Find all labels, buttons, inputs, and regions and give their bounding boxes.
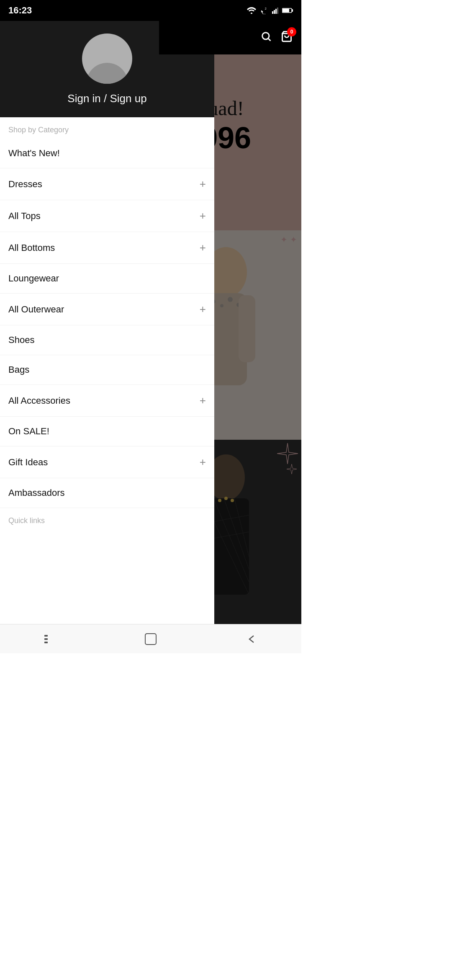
menu-item-all-tops[interactable]: All Tops+ [0,200,214,232]
svg-rect-3 [274,10,275,14]
menu-item-ambassadors[interactable]: Ambassadors [0,478,214,508]
menu-items-list: What's New!Dresses+All Tops+All Bottoms+… [0,139,214,508]
bottom-navigation [0,624,301,653]
avatar [82,34,132,84]
menu-lines-icon [44,634,57,644]
header: 0 [159,21,301,54]
search-icon[interactable] [260,31,272,45]
menu-item-all-bottoms[interactable]: All Bottoms+ [0,232,214,264]
shop-by-category-label: Shop by Category [0,117,214,139]
quick-links-label: Quick links [0,508,214,529]
wifi-icon [247,7,256,14]
menu-item-expand-all-tops[interactable]: + [200,209,206,222]
menu-item-label-on-sale: On SALE! [8,426,49,437]
svg-point-33 [86,63,128,84]
menu-item-label-all-accessories: All Accessories [8,395,70,406]
menu-item-expand-dresses[interactable]: + [200,178,206,191]
svg-rect-35 [44,635,48,637]
menu-item-expand-all-accessories[interactable]: + [200,394,206,407]
menu-item-shoes[interactable]: Shoes [0,325,214,355]
status-icons: 2 [247,7,293,14]
menu-item-gift-ideas[interactable]: Gift Ideas+ [0,446,214,478]
menu-item-all-accessories[interactable]: All Accessories+ [0,385,214,417]
svg-rect-8 [282,9,289,12]
battery-icon [282,8,293,13]
svg-rect-36 [44,638,48,640]
menu-item-label-bags: Bags [8,364,29,375]
home-circle-icon [144,632,158,646]
sidebar-menu: Shop by Category What's New!Dresses+All … [0,117,214,653]
signal-bars-icon [272,7,279,14]
menu-item-whats-new[interactable]: What's New! [0,139,214,168]
menu-item-label-loungewear: Loungewear [8,273,59,284]
menu-item-expand-gift-ideas[interactable]: + [200,456,206,469]
status-time: 16:23 [8,5,32,16]
svg-rect-7 [292,9,293,12]
svg-rect-5 [277,8,278,14]
nav-back-button[interactable] [239,627,264,652]
menu-item-bags[interactable]: Bags [0,355,214,385]
menu-item-label-dresses: Dresses [8,179,42,190]
menu-item-label-gift-ideas: Gift Ideas [8,457,48,468]
menu-item-loungewear[interactable]: Loungewear [0,264,214,294]
svg-point-9 [262,32,269,39]
nav-home-button[interactable] [138,627,163,652]
back-arrow-icon [245,633,257,645]
svg-rect-4 [275,9,277,14]
svg-line-10 [268,39,270,41]
svg-text:2: 2 [265,7,267,10]
menu-item-expand-all-bottoms[interactable]: + [200,241,206,254]
menu-item-label-whats-new: What's New! [8,148,60,159]
menu-item-all-outerwear[interactable]: All Outerwear+ [0,294,214,325]
signal-icon: 2 [259,7,269,14]
svg-point-0 [251,13,252,14]
sign-in-label[interactable]: Sign in / Sign up [67,92,146,105]
svg-point-34 [97,42,118,63]
overlay [214,0,301,653]
svg-rect-38 [145,634,156,645]
nav-menu-button[interactable] [38,627,63,652]
avatar-icon [82,34,132,84]
status-bar: 16:23 2 [0,0,301,21]
svg-rect-37 [44,642,48,643]
sidebar-drawer: Sign in / Sign up Shop by Category What'… [0,0,214,653]
cart-badge: 0 [287,27,296,36]
menu-item-dresses[interactable]: Dresses+ [0,168,214,200]
menu-item-label-all-outerwear: All Outerwear [8,304,64,315]
menu-item-expand-all-outerwear[interactable]: + [200,303,206,316]
svg-rect-2 [272,11,273,14]
menu-item-label-all-tops: All Tops [8,211,41,222]
menu-item-label-all-bottoms: All Bottoms [8,242,55,253]
menu-item-label-ambassadors: Ambassadors [8,487,65,498]
menu-item-label-shoes: Shoes [8,335,34,346]
cart-container[interactable]: 0 [280,31,293,45]
menu-item-on-sale[interactable]: On SALE! [0,417,214,446]
